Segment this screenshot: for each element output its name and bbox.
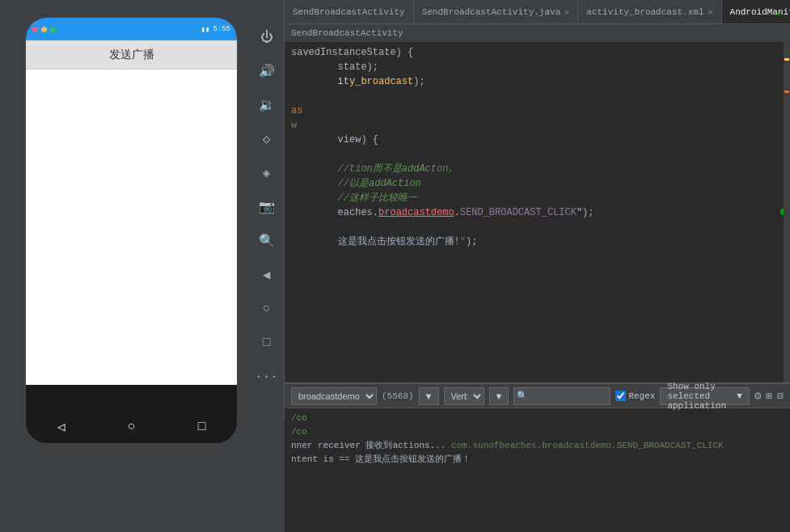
show-selected-label: Show only selected application [667,382,733,411]
phone-title-bar: 发送广播 [26,40,237,70]
tab-label: SendBroadcastActivity.java [422,7,561,17]
device-toolbar: ⏻ 🔊 🔉 ◇ ◈ 📷 🔍 ◀ ○ □ ··· [249,0,285,420]
log-line-2: /co [291,425,784,439]
log-path-2: /co [291,425,307,439]
regex-label[interactable]: Regex [615,391,655,401]
log-line-3: nner receiver 接收到actions... com.sunofbea… [291,439,784,453]
logcat-content: /co /co nner receiver 接收到actions... com.… [285,408,790,532]
logcat-panel: broadcastdemo (5568) ▼ Verbose ▼ 🔍 Regex… [285,382,790,532]
tab-close-xml[interactable]: ✕ [708,7,713,17]
nav-home-button[interactable]: ○ [128,420,136,434]
tab-java[interactable]: SendBroadcastActivity.java ✕ [414,0,579,24]
code-line-7: view) { [285,133,790,147]
code-line-comment1: //tion而不是addActon, [285,162,790,176]
regex-text: Regex [628,391,655,401]
zoom-icon[interactable]: 🔍 [254,228,280,254]
power-icon[interactable]: ⏻ [254,24,280,50]
code-area[interactable]: savedInstanceState) { state); ity_broadc… [285,42,790,382]
phone-dots [32,27,56,32]
code-line-2: state); [285,60,790,74]
code-line-string2: 这是我点击按钮发送的广播!"); [285,234,790,249]
screenshot-icon[interactable]: 📷 [254,194,280,220]
phone-frame: ▮▮ 5:55 发送广播 ◁ ○ □ [24,16,239,445]
phone-status-right: ▮▮ 5:55 [201,25,230,34]
nav-recent-button[interactable]: □ [198,420,206,434]
log-path-1: /co [291,412,307,425]
code-line-3: ity_broadcast); [285,74,790,89]
logcat-level-selector[interactable]: Verbose [444,387,484,405]
tab-xml[interactable]: activity_broadcast.xml ✕ [578,0,721,24]
logcat-app-selector[interactable]: broadcastdemo [291,387,377,405]
tab-label: SendBroadcastActivity [293,7,405,17]
dot-green [50,27,56,32]
ide-area: SendBroadcastActivity SendBroadcastActiv… [285,0,790,532]
search-icon: 🔍 [517,391,528,401]
logcat-pid: (5568) [382,391,414,401]
regex-checkbox[interactable] [615,391,626,401]
logcat-settings-icon[interactable]: ⚙ [754,389,761,403]
right-marker [784,42,790,382]
rotate-right-icon[interactable]: ◈ [254,160,280,186]
log-text-3: nner receiver 接收到actions... com.sunofbea… [291,439,724,453]
log-line-1: /co [291,412,784,425]
code-line-1: savedInstanceState) { [285,45,790,60]
top-right-icons: ✓ [777,0,784,24]
code-line-6: w [285,118,790,133]
code-line-empty [285,220,790,234]
tab-label: activity_broadcast.xml [586,7,703,17]
show-selected-dropdown-icon: ▼ [737,391,742,401]
code-line-comment2: //以是addAction [285,176,790,191]
logcat-level-dropdown[interactable]: ▼ [489,387,509,405]
code-line-8 [285,147,790,162]
overview-icon[interactable]: □ [254,330,280,356]
logcat-dropdown-button[interactable]: ▼ [419,387,439,405]
green-tick-icon: ✓ [777,6,784,19]
volume-down-icon[interactable]: 🔉 [254,92,280,118]
dot-red [32,27,38,32]
volume-up-icon[interactable]: 🔊 [254,58,280,84]
log-line-4: ntent is == 这是我点击按钮发送的广播！ [291,453,784,467]
phone-content [26,70,237,385]
tab-bar: SendBroadcastActivity SendBroadcastActiv… [285,0,790,24]
logcat-search-wrapper: 🔍 [513,387,610,405]
code-line-4 [285,89,790,103]
code-line-comment3: //这样子比较唯一 [285,191,790,205]
phone-time: 5:55 [213,25,230,33]
back-icon[interactable]: ◀ [254,262,280,288]
tab-sendbcastactivity[interactable]: SendBroadcastActivity [285,0,414,24]
tab-close-java[interactable]: ✕ [564,7,569,17]
code-line-5: as [285,103,790,118]
logcat-search-input[interactable] [513,387,610,405]
marker-dot-2 [784,91,789,93]
logcat-collapse-icon[interactable]: ⊟ [777,390,784,403]
phone-nav-bar[interactable]: ◁ ○ □ [26,411,237,443]
breadcrumb: SendBroadcastActivity [291,28,403,38]
log-text-4: ntent is == 这是我点击按钮发送的广播！ [291,453,471,467]
battery-icon: ▮▮ [201,25,210,34]
phone-status-bar: ▮▮ 5:55 [26,18,237,40]
logcat-expand-icon[interactable]: ⊞ [766,390,772,403]
more-options-icon[interactable]: ··· [254,364,280,390]
logcat-toolbar: broadcastdemo (5568) ▼ Verbose ▼ 🔍 Regex… [285,384,790,408]
dot-yellow [41,27,47,32]
marker-dot-1 [784,58,789,61]
rotate-left-icon[interactable]: ◇ [254,126,280,152]
breadcrumb-bar: SendBroadcastActivity [285,24,790,42]
nav-back-button[interactable]: ◁ [57,419,65,435]
home-icon[interactable]: ○ [254,296,280,322]
show-selected-button[interactable]: Show only selected application ▼ [660,387,750,405]
code-line-string1: eaches.broadcastdemo.SEND_BROADCAST_CLIC… [285,205,790,220]
phone-app-title: 发送广播 [109,48,154,62]
emulator-wrapper: ▮▮ 5:55 发送广播 ◁ ○ □ [24,16,239,445]
